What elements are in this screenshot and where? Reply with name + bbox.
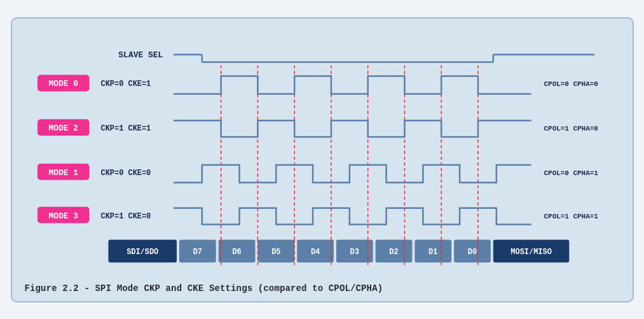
svg-text:CPOL=1  CPHA=1: CPOL=1 CPHA=1 bbox=[544, 212, 598, 220]
svg-text:D5: D5 bbox=[271, 248, 280, 257]
svg-text:SLAVE SEL: SLAVE SEL bbox=[118, 50, 163, 59]
diagram-container: SLAVE SEL MODE 0 bbox=[11, 17, 634, 302]
figure-caption: Figure 2.2 - SPI Mode CKP and CKE Settin… bbox=[25, 283, 620, 294]
svg-text:MODE 1: MODE 1 bbox=[48, 167, 78, 177]
waveform-diagram: SLAVE SEL MODE 0 bbox=[25, 30, 620, 278]
svg-text:D0: D0 bbox=[467, 248, 476, 257]
svg-text:MOSI/MISO: MOSI/MISO bbox=[510, 248, 551, 257]
svg-text:D4: D4 bbox=[310, 248, 319, 257]
svg-text:CKP=0  CKE=1: CKP=0 CKE=1 bbox=[100, 80, 151, 89]
svg-text:D7: D7 bbox=[193, 248, 202, 257]
svg-text:D6: D6 bbox=[232, 248, 241, 257]
svg-text:MODE 2: MODE 2 bbox=[48, 124, 78, 133]
svg-text:SDI/SDO: SDI/SDO bbox=[127, 248, 158, 257]
svg-text:CPOL=1  CPHA=0: CPOL=1 CPHA=0 bbox=[544, 125, 598, 132]
svg-text:D3: D3 bbox=[350, 248, 359, 257]
svg-text:CKP=0  CKE=0: CKP=0 CKE=0 bbox=[100, 168, 151, 177]
svg-text:CPOL=0  CPHA=0: CPOL=0 CPHA=0 bbox=[544, 80, 598, 88]
svg-text:MODE 3: MODE 3 bbox=[48, 211, 78, 220]
svg-text:CKP=1  CKE=1: CKP=1 CKE=1 bbox=[100, 124, 151, 133]
svg-text:D2: D2 bbox=[389, 248, 398, 257]
svg-text:CPOL=0  CPHA=1: CPOL=0 CPHA=1 bbox=[544, 169, 598, 176]
svg-text:MODE 0: MODE 0 bbox=[48, 79, 78, 89]
svg-text:CKP=1  CKE=0: CKP=1 CKE=0 bbox=[100, 211, 151, 220]
svg-text:D1: D1 bbox=[428, 248, 437, 257]
